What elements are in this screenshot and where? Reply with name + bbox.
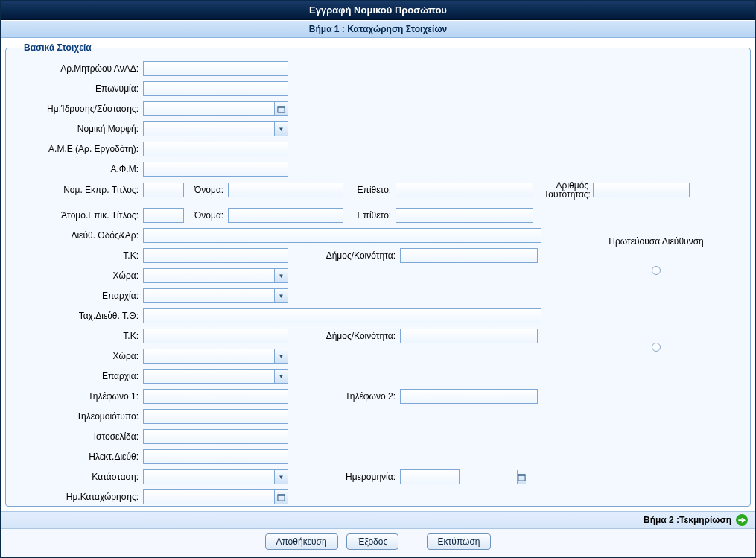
exit-button[interactable]: Έξοδος [346,533,398,550]
label-registry-no: Αρ.Μητρώου ΑνΑΔ: [16,63,143,74]
label-status-date: Ημερομηνία: [288,472,400,482]
label-pobox-district: Επαρχία: [16,371,143,381]
chevron-down-icon[interactable]: ▼ [274,470,288,484]
pobox-country-text[interactable] [144,349,274,363]
country-select[interactable]: ▼ [143,268,288,283]
next-step-arrow-icon[interactable]: ➔ [736,514,748,526]
status-date-field[interactable] [400,469,460,484]
label-phone1: Τηλέφωνο 1: [16,391,143,402]
label-status: Κατάσταση: [16,472,143,482]
content-area: Βασικά Στοιχεία Αρ.Μητρώου ΑνΑΔ: Επωνυμί… [1,38,755,511]
pobox-country-select[interactable]: ▼ [143,349,288,364]
label-addr-u: Διεύθ. [71,230,95,241]
label-contact-first: Όνομα: [184,210,228,221]
label-primary-address: Πρωτεύουσα Διεύθυνση [563,236,749,247]
legal-form-select[interactable]: ▼ [143,121,288,136]
svg-rect-3 [518,474,525,475]
svg-rect-1 [278,106,285,107]
status-select[interactable]: ▼ [143,469,288,484]
basic-info-group: Βασικά Στοιχεία Αρ.Μητρώου ΑνΑΔ: Επωνυμί… [5,42,751,507]
label-phone2: Τηλέφωνο 2: [288,391,400,402]
primary-address-radio-1[interactable] [652,266,661,275]
label-pobox-country: Χώρα: [16,351,143,361]
button-bar: Αποθήκευση Έξοδος Εκτύπωση [1,529,755,557]
label-reg-date: Ημ.Καταχώρησης: [16,492,143,502]
district-select[interactable]: ▼ [143,288,288,303]
label-contact-title: Τίτλος: [112,210,139,221]
afm-input[interactable] [143,162,288,177]
next-step-label: Βήμα 2 :Τεκμηρίωση [644,515,731,525]
next-step-bar: Βήμα 2 :Τεκμηρίωση ➔ [1,511,755,529]
label-district: Επαρχία: [16,291,143,301]
label-website: Ιστοσελίδα: [16,431,143,442]
rep-last-input[interactable] [396,183,533,197]
save-button[interactable]: Αποθήκευση [265,533,338,550]
fax-input[interactable] [143,409,288,424]
label-afm: Α.Φ.Μ: [16,164,143,174]
label-postal: Τ.Κ: [16,250,143,261]
pobox-postal-input[interactable] [143,329,288,343]
rep-first-input[interactable] [228,183,343,197]
label-street: Οδός&Αρ: [98,230,139,241]
status-text[interactable] [144,470,274,484]
print-button[interactable]: Εκτύπωση [427,533,492,550]
chevron-down-icon[interactable]: ▼ [274,269,288,282]
calendar-icon[interactable] [517,470,526,484]
svg-rect-5 [278,494,285,495]
founding-date-field[interactable] [143,101,288,116]
chevron-down-icon[interactable]: ▼ [274,289,288,302]
label-address: Διεύθ. Οδός&Αρ: [16,230,143,241]
country-text[interactable] [144,269,274,282]
chevron-down-icon[interactable]: ▼ [274,370,288,383]
pobox-municipality-input[interactable] [400,329,538,343]
reg-date-input[interactable] [144,490,274,504]
label-country: Χώρα: [16,270,143,281]
email-input[interactable] [143,449,288,464]
label-ame: Α.Μ.Ε (Αρ. Εργοδότη): [16,144,143,154]
name-input[interactable] [143,81,288,96]
label-name: Επωνυμία: [16,83,143,94]
window-frame: Εγγραφή Νομικού Προσώπου Βήμα 1 : Καταχώ… [0,0,756,558]
primary-address-column: Πρωτεύουσα Διεύθυνση [563,236,749,354]
municipality-input[interactable] [400,248,538,263]
label-legal-form: Νομική Μορφή: [16,124,143,134]
label-email: Ηλεκτ.Διεύθ: [16,451,143,462]
founding-date-input[interactable] [144,102,274,115]
ame-input[interactable] [143,142,288,156]
window-title: Εγγραφή Νομικού Προσώπου [1,1,755,20]
calendar-icon[interactable] [274,490,288,504]
contact-first-input[interactable] [228,208,343,223]
registry-no-input[interactable] [143,61,288,76]
label-municipality: Δήμος/Κοινότητα: [288,250,400,261]
reg-date-field[interactable] [143,489,288,504]
contact-last-input[interactable] [396,208,533,223]
pobox-district-text[interactable] [144,370,274,383]
label-rep-first: Όνομα: [184,185,228,195]
street-input[interactable] [143,228,541,243]
group-legend: Βασικά Στοιχεία [21,42,95,53]
label-pobox: Ταχ.Διεύθ. Τ.Θ: [16,311,143,321]
contact-title-select[interactable]: ▼ [143,208,184,223]
label-contact-last: Επίθετο: [343,210,396,221]
label-legal-rep-u: Νομ. Εκπρ. [63,185,109,195]
pobox-input[interactable] [143,308,541,323]
label-pobox-postal: Τ.Κ: [16,331,143,341]
status-date-input[interactable] [401,470,517,484]
phone2-input[interactable] [400,389,538,404]
rep-id-input[interactable] [593,183,690,197]
chevron-down-icon[interactable]: ▼ [274,122,288,136]
postal-input[interactable] [143,248,288,263]
primary-address-radio-2[interactable] [652,343,661,352]
label-fax: Τηλεομοιότυπο: [16,411,143,422]
rep-title-select[interactable]: ▼ [143,183,184,197]
district-text[interactable] [144,289,274,302]
step-title: Βήμα 1 : Καταχώρηση Στοιχείων [1,20,755,38]
calendar-icon[interactable] [274,102,288,115]
phone1-input[interactable] [143,389,288,404]
label-contact-person: Άτομο.Επικ. Τίτλος: [16,210,143,221]
label-rep-title: Τίτλος: [112,185,139,195]
pobox-district-select[interactable]: ▼ [143,369,288,384]
website-input[interactable] [143,429,288,444]
chevron-down-icon[interactable]: ▼ [274,349,288,363]
legal-form-text[interactable] [144,122,274,136]
